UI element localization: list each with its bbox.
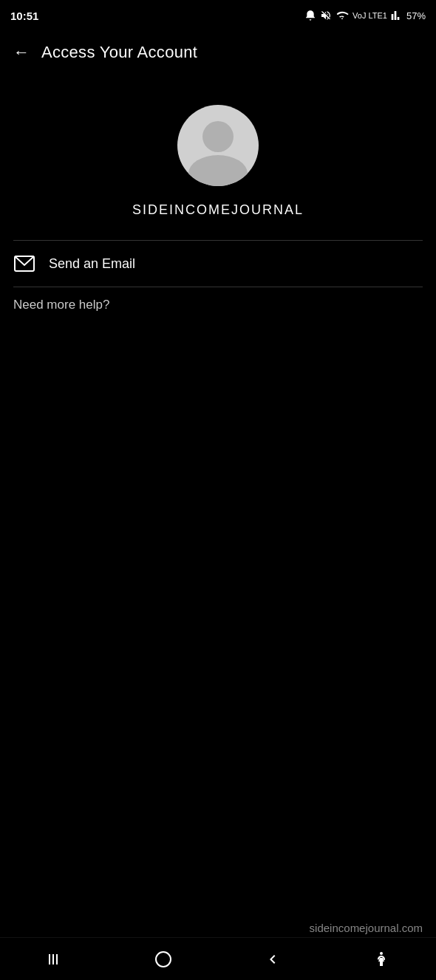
header: ← Access Your Account <box>0 30 436 75</box>
alarm-icon <box>304 10 316 21</box>
nav-accessibility-button[interactable] <box>358 945 405 974</box>
nav-home-button[interactable] <box>140 945 187 974</box>
signal-text: VoJ LTE1 <box>352 11 387 20</box>
footer-url: sideincomejournal.com <box>310 922 423 934</box>
avatar-head <box>202 121 234 152</box>
back-button[interactable]: ← <box>13 43 30 62</box>
nav-bar <box>0 937 436 980</box>
status-time: 10:51 <box>10 10 38 22</box>
page-title: Access Your Account <box>41 43 197 62</box>
home-circle-icon <box>154 950 172 968</box>
nav-menu-button[interactable] <box>31 945 78 974</box>
status-icons: VoJ LTE1 57% <box>304 10 426 21</box>
need-more-label: Need more help? <box>13 298 109 312</box>
signal-bars-icon <box>391 10 403 21</box>
svg-point-5 <box>380 952 383 955</box>
svg-rect-2 <box>52 954 54 964</box>
wifi-icon <box>335 10 349 21</box>
nav-back-button[interactable] <box>249 945 296 974</box>
battery-indicator: 57% <box>406 10 426 21</box>
svg-rect-1 <box>49 954 50 964</box>
send-email-button[interactable]: Send an Email <box>0 241 436 287</box>
mute-icon <box>320 10 332 21</box>
svg-point-4 <box>156 952 171 967</box>
avatar-body <box>188 155 248 186</box>
need-more-help[interactable]: Need more help? <box>0 287 436 323</box>
avatar-section: SIDEINCOMEJOURNAL <box>0 75 436 240</box>
status-bar: 10:51 VoJ LTE1 57% <box>0 0 436 30</box>
avatar <box>177 105 259 186</box>
accessibility-icon <box>372 950 390 968</box>
svg-rect-3 <box>56 954 58 964</box>
send-email-label: Send an Email <box>49 256 135 272</box>
menu-icon <box>46 950 64 968</box>
username-label: SIDEINCOMEJOURNAL <box>132 202 304 218</box>
email-icon <box>13 253 35 275</box>
chevron-left-icon <box>264 950 282 968</box>
